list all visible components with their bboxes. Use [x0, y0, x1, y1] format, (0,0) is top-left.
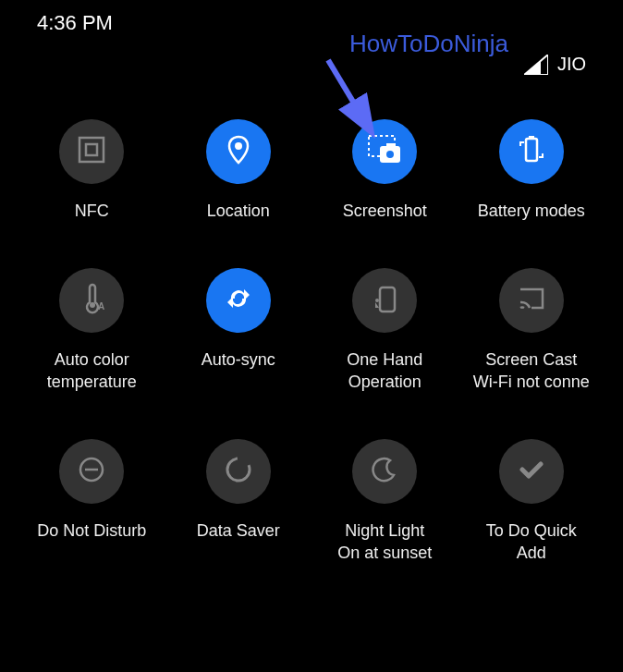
tile-circle [499, 268, 564, 333]
tile-circle [206, 268, 271, 333]
tile-label: Do Not Disturb [37, 520, 146, 542]
svg-rect-4 [79, 138, 104, 162]
onehand-icon [368, 282, 401, 319]
svg-rect-11 [526, 139, 537, 161]
tile-circle [59, 119, 124, 184]
tile-label: Location [207, 201, 270, 222]
status-bar: 4:36 PM [0, 0, 623, 46]
tile-battery-modes[interactable]: Battery modes [458, 119, 605, 222]
svg-rect-10 [386, 143, 394, 147]
tile-label: Data Saver [197, 520, 280, 542]
svg-rect-15 [380, 287, 395, 312]
tile-circle [352, 268, 417, 333]
tile-label: NFC [75, 201, 109, 222]
tile-label: Screenshot [343, 201, 427, 222]
tile-circle [59, 439, 124, 504]
tile-nfc[interactable]: NFC [18, 119, 165, 222]
tile-circle [206, 439, 271, 504]
tile-todo-quick-add[interactable]: To Do Quick Add [458, 439, 605, 564]
tile-auto-color-temperature[interactable]: A Auto color temperature [18, 268, 165, 393]
tile-circle [352, 119, 417, 184]
tile-label: Auto-sync [202, 349, 275, 371]
tile-do-not-disturb[interactable]: Do Not Disturb [18, 439, 165, 564]
tile-label: Night Light On at sunset [337, 520, 432, 564]
todo-icon [515, 453, 548, 490]
tile-auto-sync[interactable]: Auto-sync [165, 268, 312, 393]
datasaver-icon [222, 453, 255, 490]
quick-settings-grid: NFC Location Screenshot [0, 101, 623, 564]
carrier-row: JIO [0, 46, 623, 75]
svg-rect-12 [529, 136, 534, 139]
tile-night-light[interactable]: Night Light On at sunset [312, 439, 458, 564]
sync-icon [222, 282, 255, 319]
annotation-text: HowToDoNinja [349, 30, 508, 58]
tile-one-hand-operation[interactable]: One Hand Operation [312, 268, 458, 393]
tile-location[interactable]: Location [165, 119, 312, 222]
status-time: 4:36 PM [37, 11, 113, 35]
tile-label: One Hand Operation [347, 349, 422, 393]
signal-icon [524, 55, 548, 75]
tile-circle [499, 439, 564, 504]
tile-label: Battery modes [478, 201, 585, 222]
svg-point-6 [235, 142, 242, 150]
tile-circle [352, 439, 417, 504]
thermometer-icon: A [75, 282, 108, 319]
nfc-icon [75, 133, 108, 170]
tile-label: To Do Quick Add [486, 520, 577, 564]
svg-text:A: A [98, 301, 104, 312]
tile-screen-cast[interactable]: Screen Cast Wi-Fi not conne [458, 268, 605, 393]
tile-circle: A [59, 268, 124, 333]
tile-screenshot[interactable]: Screenshot [312, 119, 458, 222]
tile-data-saver[interactable]: Data Saver [165, 439, 312, 564]
tile-circle [206, 119, 271, 184]
svg-point-13 [90, 302, 95, 308]
cast-icon [515, 282, 548, 319]
tile-label: Screen Cast Wi-Fi not conne [473, 349, 590, 393]
battery-icon [515, 133, 548, 170]
location-icon [222, 133, 255, 170]
svg-point-9 [386, 151, 394, 158]
svg-point-19 [227, 458, 250, 481]
screenshot-icon [366, 133, 403, 170]
tile-label: Auto color temperature [47, 349, 137, 393]
nightlight-icon [368, 453, 401, 490]
carrier-label: JIO [557, 54, 586, 75]
svg-point-16 [375, 299, 379, 302]
dnd-icon [75, 453, 108, 490]
tile-circle [499, 119, 564, 184]
svg-rect-5 [86, 144, 97, 155]
